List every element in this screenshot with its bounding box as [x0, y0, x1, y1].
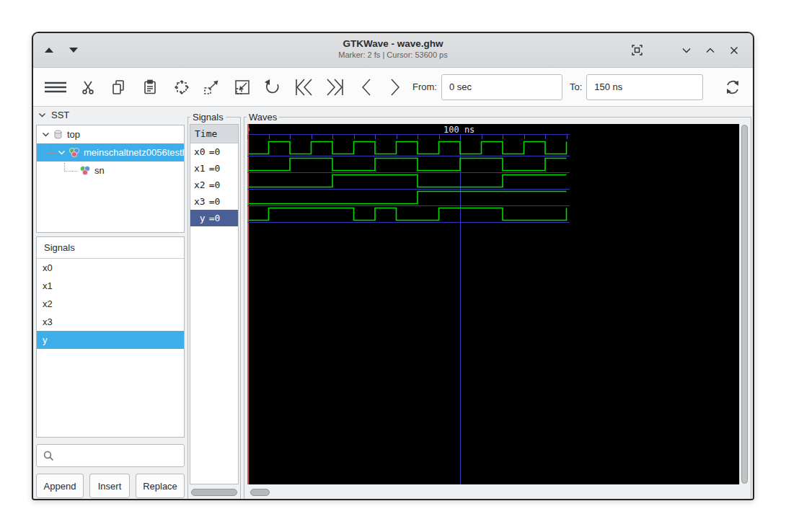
timeline-tick [482, 135, 482, 139]
timeline-baseline [247, 134, 570, 135]
toolbar: From: To: [33, 68, 753, 107]
waves-vscrollbar[interactable] [739, 124, 749, 484]
list-item[interactable]: x1 [37, 277, 184, 295]
signal-row[interactable]: x1 =0 [190, 160, 238, 177]
scrollbar-thumb[interactable] [250, 489, 270, 496]
from-input[interactable] [441, 74, 562, 100]
timeline-major-label: 100 ns [443, 125, 474, 135]
module-icon [69, 147, 80, 158]
zoom-in-icon[interactable] [232, 78, 252, 97]
waves-frame-label: Waves [247, 112, 279, 123]
tree-item-meinschaltnetz[interactable]: meinschaltnetz0056testb [37, 143, 184, 161]
tree-guide [47, 145, 56, 154]
values-hscrollbar[interactable] [190, 487, 239, 497]
time-header: Time [190, 125, 238, 143]
waveform-y [247, 206, 570, 223]
signal-row[interactable]: x2 =0 [190, 177, 238, 193]
next-edge-icon[interactable] [385, 77, 404, 97]
chevron-down-icon[interactable] [58, 148, 66, 156]
sst-expander[interactable]: SST [38, 110, 69, 120]
maximize-icon[interactable] [705, 45, 716, 56]
chevron-down-icon [38, 111, 46, 119]
timeline-tick [397, 135, 397, 139]
paste-icon[interactable] [141, 79, 159, 96]
waveform-x3 [247, 190, 570, 206]
zoom-fit-icon[interactable] [172, 78, 192, 97]
signals-values-frame: Signals Time x0 =0 x1 =0 x2 =0 x3 =0 [187, 117, 241, 500]
timeline-tick [247, 135, 248, 139]
timeline-tick [332, 135, 333, 139]
sst-tree: top meinschaltnetz0056testb [36, 125, 185, 233]
timeline-tick [545, 135, 546, 139]
menu-icon[interactable] [43, 79, 68, 96]
minimize-icon[interactable] [681, 45, 692, 56]
sst-label: SST [51, 110, 69, 120]
timeline-tick [269, 135, 270, 139]
tree-guide [64, 163, 77, 172]
database-icon [53, 129, 63, 140]
timeline-tick [375, 135, 376, 139]
timeline-tick [290, 135, 291, 139]
skip-to-start-icon[interactable] [293, 77, 316, 97]
wave-area[interactable]: 0 100 ns [247, 124, 739, 484]
waveform-x2 [247, 173, 570, 190]
timeline-tick [312, 135, 312, 139]
append-button[interactable]: Append [36, 474, 84, 498]
signal-facility-list: Signals x0 x1 x2 x3 y [36, 236, 185, 438]
undo-icon[interactable] [262, 78, 283, 97]
waveform-x1 [247, 156, 570, 173]
tree-item-top[interactable]: top [37, 125, 184, 143]
main-content: SST top [33, 107, 753, 499]
titlebar: GTKWave - wave.ghw Marker: 2 fs | Cursor… [33, 33, 753, 68]
timeline-tick [418, 135, 418, 139]
replace-button[interactable]: Replace [136, 474, 185, 498]
timeline-tick [524, 135, 525, 139]
scrollbar-thumb[interactable] [741, 125, 748, 484]
list-item[interactable]: x0 [37, 259, 184, 277]
close-icon[interactable] [728, 45, 740, 56]
prev-edge-icon[interactable] [358, 77, 376, 97]
waves-frame: Waves 0 100 ns [244, 117, 751, 500]
signal-row[interactable]: y =0 [190, 210, 238, 226]
tree-item-label: top [67, 129, 80, 140]
signal-name-panel: Time x0 =0 x1 =0 x2 =0 x3 =0 [190, 124, 239, 484]
keep-above-icon[interactable] [631, 44, 643, 56]
scrollbar-thumb[interactable] [191, 489, 237, 496]
from-label: From: [412, 81, 437, 92]
signals-list-header: Signals [37, 237, 184, 259]
signal-row[interactable]: x3 =0 [190, 193, 238, 210]
list-item[interactable]: x3 [37, 313, 184, 331]
timeline-tick [460, 135, 461, 139]
signal-search[interactable] [36, 444, 185, 467]
zoom-out-full-icon[interactable] [202, 78, 222, 97]
waveform-x0 [247, 140, 570, 156]
search-icon [43, 450, 55, 462]
to-input[interactable] [586, 74, 703, 100]
tree-item-label: meinschaltnetz0056testb [84, 147, 184, 158]
timeline-tick [439, 135, 440, 139]
list-item[interactable]: x2 [37, 295, 184, 313]
gtkwave-window: GTKWave - wave.ghw Marker: 2 fs | Cursor… [32, 32, 754, 500]
to-label: To: [570, 81, 582, 92]
signal-row[interactable]: x0 =0 [190, 143, 238, 160]
timeline-tick [567, 135, 568, 139]
timeline-tick [354, 135, 355, 139]
insert-button[interactable]: Insert [89, 474, 130, 498]
waves-hscrollbar[interactable] [247, 487, 739, 497]
signals-frame-label: Signals [190, 112, 226, 123]
list-item[interactable]: y [37, 331, 184, 349]
copy-icon[interactable] [110, 79, 127, 96]
tree-item-label: sn [94, 165, 105, 176]
reload-icon[interactable] [723, 77, 743, 97]
chevron-down-icon[interactable] [42, 130, 50, 138]
skip-to-end-icon[interactable] [323, 77, 346, 97]
tree-item-sn[interactable]: sn [37, 161, 184, 179]
cut-icon[interactable] [79, 79, 97, 96]
timeline-tick [503, 135, 503, 139]
search-input[interactable] [55, 445, 184, 466]
module-icon [79, 165, 91, 176]
